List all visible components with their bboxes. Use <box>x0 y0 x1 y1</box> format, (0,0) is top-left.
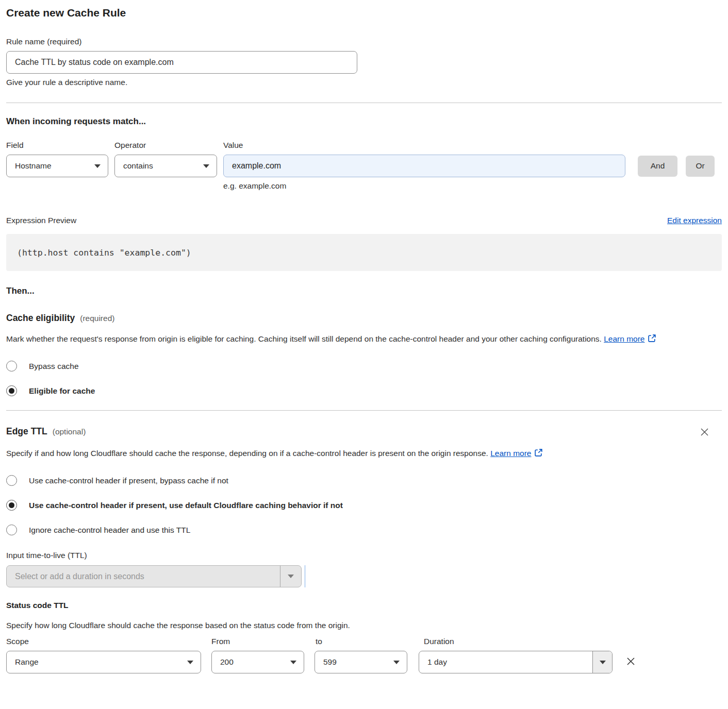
edge-ttl-qualifier: (optional) <box>53 427 86 436</box>
expression-preview-row: Expression Preview Edit expression <box>6 216 722 225</box>
ttl-duration-select[interactable]: Select or add a duration in seconds <box>6 565 302 587</box>
radio-dot <box>9 388 14 394</box>
to-label: to <box>315 637 418 646</box>
rule-name-hint: Give your rule a descriptive name. <box>6 78 722 87</box>
radio-option-bypass-cache[interactable]: Bypass cache <box>6 361 722 372</box>
field-label: Field <box>6 141 108 150</box>
caret-shape <box>288 575 294 578</box>
duration-select[interactable]: 1 day <box>419 651 613 673</box>
external-link-icon <box>648 335 656 344</box>
radio-icon[interactable] <box>6 475 17 486</box>
status-ttl-column-labels: Scope From to Duration <box>6 637 722 646</box>
chevron-down-icon <box>393 661 400 664</box>
field-select-value: Hostname <box>15 161 52 171</box>
radio-icon[interactable] <box>6 525 17 535</box>
status-code-ttl-description: Specify how long Cloudflare should cache… <box>6 621 722 630</box>
radio-icon[interactable] <box>6 361 17 372</box>
radio-option-label: Use cache-control header if present, use… <box>29 501 343 510</box>
chevron-down-icon <box>203 164 209 168</box>
operator-label: Operator <box>114 141 217 150</box>
status-code-ttl-heading: Status code TTL <box>6 601 722 610</box>
from-label: From <box>211 637 315 646</box>
edge-ttl-header-row: Edge TTL (optional) <box>6 426 722 440</box>
section-divider <box>6 410 722 411</box>
edge-ttl-close-button[interactable] <box>699 426 710 440</box>
radio-option-eligible-for-cache[interactable]: Eligible for cache <box>6 385 722 396</box>
chevron-down-icon[interactable] <box>280 566 301 587</box>
radio-option-label: Use cache-control header if present, byp… <box>29 476 228 485</box>
rule-name-input[interactable] <box>6 51 357 74</box>
radio-icon[interactable] <box>6 385 17 396</box>
cache-eligibility-description-text: Mark whether the request's response from… <box>6 334 602 343</box>
cache-eligibility-learn-more-link[interactable]: Learn more <box>604 334 644 343</box>
to-select[interactable]: 599 <box>315 651 407 673</box>
section-divider <box>6 103 722 103</box>
duration-select-value: 1 day <box>419 657 592 667</box>
edge-ttl-heading: Edge TTL <box>6 426 47 437</box>
match-controls-row: Hostname contains And Or <box>6 155 722 177</box>
value-label: Value <box>223 141 625 150</box>
match-section-heading: When incoming requests match... <box>6 116 722 127</box>
edge-ttl-description-text: Specify if and how long Cloudflare shoul… <box>6 449 488 458</box>
radio-option-use-header-bypass[interactable]: Use cache-control header if present, byp… <box>6 475 722 486</box>
field-select[interactable]: Hostname <box>6 155 108 177</box>
radio-option-use-header-default[interactable]: Use cache-control header if present, use… <box>6 500 722 511</box>
chevron-down-icon[interactable] <box>592 651 612 673</box>
close-icon <box>700 431 709 438</box>
radio-option-label: Bypass cache <box>29 362 79 371</box>
expression-code: (http.host contains "example.com") <box>17 248 191 258</box>
page-title: Create new Cache Rule <box>6 0 722 19</box>
duration-label: Duration <box>418 637 454 646</box>
chevron-down-icon <box>290 661 296 664</box>
ttl-input-label: Input time-to-live (TTL) <box>6 551 722 560</box>
radio-option-ignore-header[interactable]: Ignore cache-control header and use this… <box>6 525 722 535</box>
radio-option-label: Ignore cache-control header and use this… <box>29 526 190 535</box>
operator-select-value: contains <box>123 161 153 171</box>
then-heading: Then... <box>6 286 722 296</box>
edit-expression-link[interactable]: Edit expression <box>667 216 722 225</box>
expression-code-box: (http.host contains "example.com") <box>6 234 722 271</box>
from-select[interactable]: 200 <box>211 651 304 673</box>
create-cache-rule-form: Create new Cache Rule Rule name (require… <box>0 0 728 673</box>
ttl-select-wrap: Select or add a duration in seconds <box>6 565 722 587</box>
ttl-duration-placeholder: Select or add a duration in seconds <box>7 572 144 581</box>
scope-label: Scope <box>6 637 211 646</box>
radio-option-label: Eligible for cache <box>29 386 95 396</box>
from-select-value: 200 <box>220 657 234 667</box>
ttl-adjacent-edge <box>304 565 306 587</box>
close-icon <box>625 661 636 668</box>
rule-name-label: Rule name (required) <box>6 37 722 46</box>
external-link-icon <box>534 450 543 459</box>
cache-eligibility-heading: Cache eligibility <box>6 313 75 324</box>
or-button[interactable]: Or <box>686 156 715 177</box>
status-ttl-controls-row: Range 200 599 1 day <box>6 651 722 673</box>
expression-preview-label: Expression Preview <box>6 216 76 225</box>
to-select-value: 599 <box>323 657 337 667</box>
value-input[interactable] <box>223 155 625 177</box>
caret-shape <box>600 661 606 664</box>
value-example-hint: e.g. example.com <box>223 181 722 191</box>
radio-dot <box>9 502 14 508</box>
match-column-labels: Field Operator Value <box>6 141 722 150</box>
scope-select-value: Range <box>15 657 39 667</box>
edge-ttl-description: Specify if and how long Cloudflare shoul… <box>6 446 578 462</box>
edge-ttl-heading-row: Edge TTL (optional) <box>6 426 86 437</box>
cache-eligibility-heading-row: Cache eligibility (required) <box>6 313 722 324</box>
radio-icon[interactable] <box>6 500 17 511</box>
remove-status-ttl-row-button[interactable] <box>624 655 637 669</box>
chevron-down-icon <box>94 164 101 168</box>
cache-eligibility-qualifier: (required) <box>80 314 114 323</box>
cache-eligibility-description: Mark whether the request's response from… <box>6 332 700 347</box>
scope-select[interactable]: Range <box>6 651 201 673</box>
edge-ttl-learn-more-link[interactable]: Learn more <box>490 449 531 458</box>
chevron-down-icon <box>187 661 193 664</box>
operator-select[interactable]: contains <box>114 155 217 177</box>
and-button[interactable]: And <box>638 156 677 177</box>
